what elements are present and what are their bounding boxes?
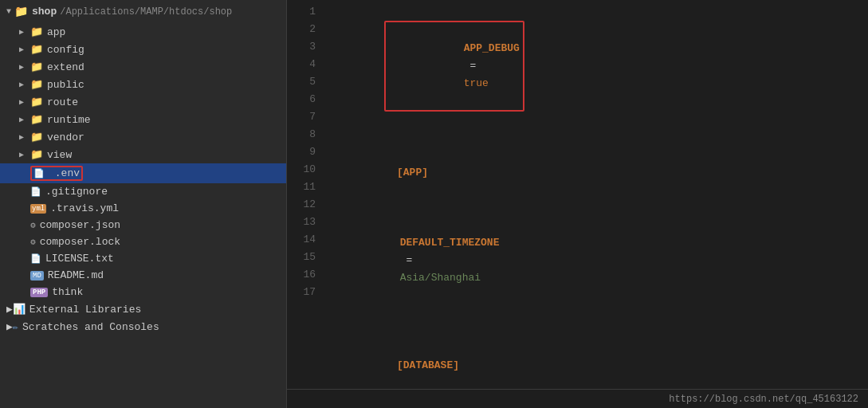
sidebar-item-route[interactable]: ▶ 📁 route <box>0 93 286 111</box>
sidebar-header: ▼ 📁 shop /Applications/MAMP/htdocs/shop <box>0 0 286 23</box>
scratches-chevron: ▶ <box>6 320 13 333</box>
app-debug-highlight: APP_DEBUG = true <box>384 21 524 112</box>
item-label: think <box>52 286 83 298</box>
item-label: composer.lock <box>40 236 120 248</box>
item-label: config <box>47 44 84 56</box>
scratches-item[interactable]: ▶ ✏ Scratches and Consoles <box>0 318 286 335</box>
sidebar-item-app[interactable]: ▶ 📁 app <box>0 23 286 41</box>
status-bar: https://blog.csdn.net/qq_45163122 <box>287 389 868 408</box>
folder-icon: 📁 <box>30 26 43 38</box>
ext-chevron: ▶ <box>6 303 13 316</box>
chevron-icon: ▶ <box>19 80 27 89</box>
chevron-icon: ▶ <box>19 132 27 142</box>
folder-icon: 📁 <box>30 113 43 126</box>
env-highlight: 📄 .env <box>30 166 83 181</box>
code-line-3: [APP] <box>325 147 855 199</box>
code-line-4: DEFAULT_TIMEZONE = Asia/Shanghai <box>325 199 855 322</box>
folder-icon: 📁 <box>30 96 43 108</box>
item-label: .gitignore <box>45 186 108 198</box>
item-label: runtime <box>47 114 91 126</box>
lock-file-icon: ⚙ <box>30 237 36 247</box>
sidebar-item-gitignore[interactable]: ▶ 📄 .gitignore <box>0 183 286 200</box>
sidebar-path: /Applications/MAMP/htdocs/shop <box>60 6 232 18</box>
chevron-icon: ▶ <box>19 45 27 54</box>
editor: 1 2 3 4 5 6 7 8 9 10 11 12 13 14 15 16 1… <box>287 0 868 408</box>
val-true-1: true <box>464 77 489 89</box>
item-label: public <box>47 79 84 91</box>
chevron-icon: ▶ <box>19 97 27 107</box>
chevron-icon: ▶ <box>19 115 27 124</box>
chevron-icon: ▶ <box>19 27 27 37</box>
chevron-icon: ▶ <box>19 150 27 159</box>
scratches-label: Scratches and Consoles <box>22 321 159 333</box>
main-container: ▼ 📁 shop /Applications/MAMP/htdocs/shop … <box>0 0 868 408</box>
item-label: .travis.yml <box>50 202 119 214</box>
item-label: .env <box>55 167 80 179</box>
item-label: route <box>47 96 78 108</box>
item-label: app <box>47 26 65 38</box>
sidebar-item-vendor[interactable]: ▶ 📁 vendor <box>0 128 286 146</box>
code-line-2 <box>325 129 855 147</box>
json-file-icon: ⚙ <box>30 220 36 230</box>
sidebar-item-readme[interactable]: ▶ MD README.md <box>0 267 286 284</box>
root-folder-icon: 📁 <box>14 5 28 18</box>
key-app-debug: APP_DEBUG <box>464 42 520 54</box>
code-line-1: APP_DEBUG = true <box>325 3 855 129</box>
sidebar-item-composer-json[interactable]: ▶ ⚙ composer.json <box>0 217 286 233</box>
folder-icon: 📁 <box>30 78 43 91</box>
git-file-icon: 📄 <box>30 186 41 197</box>
chart-icon: 📊 <box>13 303 26 316</box>
item-label: view <box>47 149 72 161</box>
line-numbers: 1 2 3 4 5 6 7 8 9 10 11 12 13 14 15 16 1… <box>287 3 325 386</box>
sidebar-item-travis[interactable]: ▶ yml .travis.yml <box>0 200 286 217</box>
folder-icon: 📁 <box>30 148 43 161</box>
sidebar: ▼ 📁 shop /Applications/MAMP/htdocs/shop … <box>0 0 287 408</box>
folder-icon: 📁 <box>30 131 43 143</box>
txt-file-icon: 📄 <box>30 253 41 264</box>
code-line-5 <box>325 322 855 339</box>
sidebar-item-think[interactable]: ▶ PHP think <box>0 284 286 300</box>
chevron-icon: ▶ <box>19 62 27 72</box>
folder-icon: 📁 <box>30 61 43 73</box>
sidebar-item-extend[interactable]: ▶ 📁 extend <box>0 58 286 76</box>
sidebar-item-config[interactable]: ▶ 📁 config <box>0 41 286 58</box>
sidebar-title: shop <box>32 6 57 18</box>
sidebar-item-env[interactable]: ▶ 📄 .env <box>0 163 286 183</box>
sidebar-item-public[interactable]: ▶ 📁 public <box>0 76 286 93</box>
item-label: composer.json <box>40 219 120 231</box>
sidebar-items: ▶ 📁 app ▶ 📁 config ▶ 📁 extend ▶ <box>0 23 286 408</box>
external-libraries-label: External Libraries <box>29 304 141 316</box>
env-file-icon: 📄 <box>33 169 45 178</box>
yml-file-icon: yml <box>30 204 46 214</box>
md-file-icon: MD <box>30 271 44 280</box>
editor-content: 1 2 3 4 5 6 7 8 9 10 11 12 13 14 15 16 1… <box>287 0 868 389</box>
code-area[interactable]: APP_DEBUG = true [APP] DEFAULT_TIMEZONE … <box>325 3 868 386</box>
scratch-icon: ✏ <box>13 321 18 333</box>
item-label: README.md <box>48 269 104 281</box>
sidebar-item-view[interactable]: ▶ 📁 view <box>0 146 286 163</box>
external-libraries-item[interactable]: ▶ 📊 External Libraries <box>0 300 286 318</box>
item-label: extend <box>47 61 84 73</box>
sidebar-item-license[interactable]: ▶ 📄 LICENSE.txt <box>0 250 286 267</box>
item-label: vendor <box>47 131 84 143</box>
item-label: LICENSE.txt <box>45 253 114 265</box>
status-url: https://blog.csdn.net/qq_45163122 <box>669 394 858 405</box>
sidebar-item-runtime[interactable]: ▶ 📁 runtime <box>0 111 286 128</box>
folder-icon: 📁 <box>30 43 43 56</box>
root-chevron: ▼ <box>6 7 11 16</box>
code-line-6: [DATABASE] <box>325 339 855 386</box>
sidebar-item-composer-lock[interactable]: ▶ ⚙ composer.lock <box>0 233 286 250</box>
php-badge: PHP <box>30 288 48 297</box>
